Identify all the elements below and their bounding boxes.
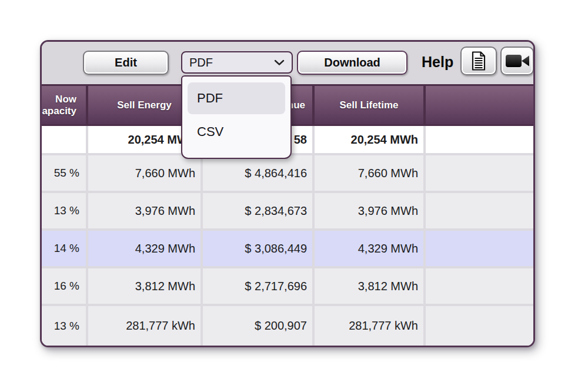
cell-sell-lifetime: 7,660 MWh: [315, 155, 423, 191]
help-document-button[interactable]: [460, 47, 497, 75]
cell-sell-energy: 3,976 MWh: [88, 193, 201, 228]
cell-extra: [426, 306, 533, 346]
cell-sell-revenue: $ 2,834,673: [203, 193, 312, 228]
help-video-button[interactable]: [500, 47, 534, 75]
cell-sell-lifetime: 281,777 kWh: [315, 306, 423, 346]
report-popup-window: Edit PDF Download Help: [40, 40, 535, 347]
cell-sell-energy: 4,329 MWh: [88, 231, 201, 266]
totals-extra: [426, 126, 533, 153]
totals-sell-lifetime: 20,254 MWh: [315, 126, 423, 153]
cell-capacity: 13 %: [42, 193, 86, 228]
cell-sell-revenue: $ 3,086,449: [203, 231, 312, 266]
dropdown-option-csv[interactable]: CSV: [188, 118, 285, 146]
cell-sell-energy: 281,777 kWh: [88, 306, 201, 346]
cell-sell-energy: 3,812 MWh: [88, 268, 201, 304]
cell-sell-lifetime: 3,976 MWh: [315, 193, 423, 228]
video-camera-icon: [505, 52, 530, 70]
edit-button[interactable]: Edit: [83, 51, 169, 75]
column-header-sell-lifetime: Sell Lifetime: [315, 86, 423, 124]
cell-sell-revenue: $ 2,717,696: [203, 268, 312, 304]
cell-sell-energy: 7,660 MWh: [88, 155, 201, 191]
chevron-down-icon: [274, 59, 285, 66]
help-label: Help: [422, 54, 453, 71]
cell-sell-revenue: $ 4,864,416: [203, 155, 312, 191]
toolbar: Edit PDF Download Help: [42, 42, 533, 84]
cell-extra: [426, 155, 533, 191]
cell-extra: [426, 268, 533, 304]
table-row[interactable]: 13 % 281,777 kWh $ 200,907 281,777 kWh: [42, 306, 533, 346]
column-header-now-capacity: Now Capacity: [42, 86, 86, 124]
totals-capacity: [42, 126, 86, 153]
cell-sell-lifetime: 3,812 MWh: [315, 268, 423, 304]
cell-capacity: 16 %: [42, 268, 86, 304]
table-row[interactable]: 16 % 3,812 MWh $ 2,717,696 3,812 MWh: [42, 268, 533, 304]
export-format-dropdown: PDF CSV: [181, 75, 292, 159]
screenshot-canvas: Edit PDF Download Help: [0, 0, 588, 385]
table-body: 20,254 MWh 58 20,254 MWh 55 % 7,660 MWh …: [42, 126, 533, 346]
column-header-extra: [426, 86, 533, 124]
cell-sell-revenue: $ 200,907: [203, 306, 312, 346]
table-row[interactable]: 55 % 7,660 MWh $ 4,864,416 7,660 MWh: [42, 155, 533, 191]
download-button[interactable]: Download: [297, 51, 407, 75]
export-format-select[interactable]: PDF: [181, 51, 293, 74]
table-row[interactable]: 13 % 3,976 MWh $ 2,834,673 3,976 MWh: [42, 193, 533, 228]
cell-capacity: 13 %: [42, 306, 86, 346]
cell-extra: [426, 231, 533, 266]
dropdown-option-pdf[interactable]: PDF: [188, 82, 285, 114]
document-icon: [471, 51, 486, 71]
export-format-value: PDF: [189, 56, 213, 69]
cell-extra: [426, 193, 533, 228]
cell-capacity: 55 %: [42, 155, 86, 191]
cell-capacity: 14 %: [42, 231, 86, 266]
table-row-selected[interactable]: 14 % 4,329 MWh $ 3,086,449 4,329 MWh: [42, 231, 533, 266]
cell-sell-lifetime: 4,329 MWh: [315, 231, 423, 266]
